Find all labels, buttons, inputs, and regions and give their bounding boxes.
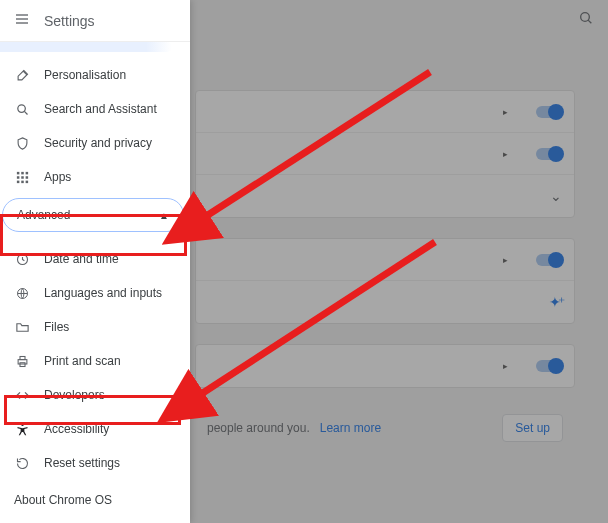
sidebar-item-developers[interactable]: Developers <box>0 378 190 412</box>
printer-icon <box>14 354 30 369</box>
nav-top: Personalisation Search and Assistant Sec… <box>0 52 190 194</box>
sidebar-item-label: Apps <box>44 170 71 184</box>
svg-rect-8 <box>21 171 24 174</box>
sidebar-item-search-assistant[interactable]: Search and Assistant <box>0 92 190 126</box>
advanced-label: Advanced <box>17 208 70 222</box>
svg-line-6 <box>24 111 27 114</box>
drawer-title: Settings <box>44 13 95 29</box>
sidebar-item-label: Date and time <box>44 252 119 266</box>
svg-rect-18 <box>18 359 27 363</box>
code-icon <box>14 388 30 403</box>
svg-rect-15 <box>25 180 28 183</box>
sidebar-item-security-privacy[interactable]: Security and privacy <box>0 126 190 160</box>
sidebar-item-print-scan[interactable]: Print and scan <box>0 344 190 378</box>
caret-up-icon: ▲ <box>159 210 169 221</box>
shield-icon <box>14 136 30 151</box>
svg-rect-10 <box>16 176 19 179</box>
sidebar-item-reset-settings[interactable]: Reset settings <box>0 446 190 480</box>
accessibility-icon <box>14 422 30 437</box>
sidebar-item-files[interactable]: Files <box>0 310 190 344</box>
settings-drawer: Settings Personalisation Search and Assi… <box>0 0 190 523</box>
sidebar-item-label: Print and scan <box>44 354 121 368</box>
sidebar-item-label: Accessibility <box>44 422 109 436</box>
sidebar-advanced-toggle[interactable]: Advanced ▲ <box>2 198 184 232</box>
folder-icon <box>14 320 30 335</box>
svg-rect-9 <box>25 171 28 174</box>
sidebar-item-languages-inputs[interactable]: Languages and inputs <box>0 276 190 310</box>
sidebar-item-apps[interactable]: Apps <box>0 160 190 194</box>
globe-icon <box>14 286 30 301</box>
brush-icon <box>14 68 30 83</box>
apps-grid-icon <box>14 170 30 185</box>
svg-rect-19 <box>20 356 25 359</box>
svg-rect-13 <box>16 180 19 183</box>
sidebar-item-label: Reset settings <box>44 456 120 470</box>
sidebar-item-label: Files <box>44 320 69 334</box>
nav-advanced: Date and time Languages and inputs Files… <box>0 236 190 480</box>
svg-rect-14 <box>21 180 24 183</box>
sidebar-item-label: Search and Assistant <box>44 102 157 116</box>
about-chrome-os[interactable]: About Chrome OS <box>14 493 112 507</box>
reset-icon <box>14 456 30 471</box>
active-highlight <box>0 42 172 52</box>
clock-icon <box>14 252 30 267</box>
sidebar-item-personalisation[interactable]: Personalisation <box>0 58 190 92</box>
svg-rect-12 <box>25 176 28 179</box>
menu-icon[interactable] <box>14 11 30 30</box>
sidebar-item-label: Security and privacy <box>44 136 152 150</box>
svg-rect-11 <box>21 176 24 179</box>
svg-point-21 <box>21 423 24 426</box>
svg-rect-7 <box>16 171 19 174</box>
sidebar-item-label: Developers <box>44 388 105 402</box>
sidebar-item-accessibility[interactable]: Accessibility <box>0 412 190 446</box>
sidebar-item-label: Languages and inputs <box>44 286 162 300</box>
svg-point-5 <box>17 104 25 112</box>
sidebar-item-date-time[interactable]: Date and time <box>0 242 190 276</box>
sidebar-item-label: Personalisation <box>44 68 126 82</box>
svg-rect-20 <box>20 362 25 366</box>
magnifier-icon <box>14 102 30 117</box>
